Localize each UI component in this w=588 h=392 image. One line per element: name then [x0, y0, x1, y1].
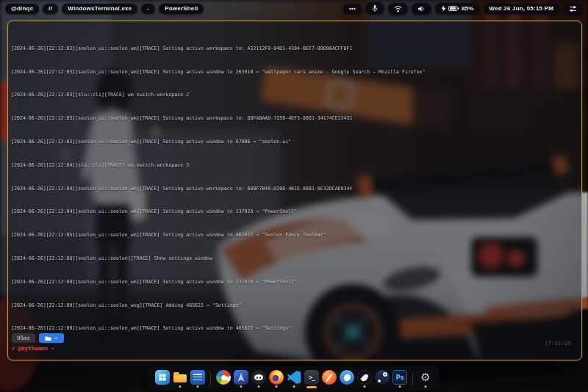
tray-microphone-button[interactable]	[365, 2, 384, 15]
tray-battery[interactable]: 85%	[435, 3, 480, 14]
badge-label: WindowsTerminal.exe	[68, 6, 132, 12]
prompt-arrow: →	[51, 345, 54, 352]
running-indicator	[293, 385, 295, 388]
dock-system-group: ⚙	[417, 369, 434, 388]
app-icon	[234, 370, 248, 385]
dock-item-discord[interactable]	[250, 369, 268, 388]
folder-icon	[45, 335, 51, 341]
dock-divider	[412, 372, 413, 385]
dock-item-settings[interactable]: ⚙	[417, 369, 434, 388]
top-toolbar: @dinqc // WindowsTerminal.exe - PowerShe…	[0, 0, 588, 17]
dock-item-photoshop[interactable]: Ps	[391, 369, 409, 388]
toggles-icon	[569, 5, 577, 12]
dock-item-firefox[interactable]	[268, 369, 285, 388]
topbar-window-title-badge[interactable]: PowerShell	[159, 4, 204, 14]
app-icon	[269, 370, 284, 385]
charging-bolt-icon	[441, 5, 446, 12]
app-icon	[190, 370, 205, 385]
dock-open-apps-group: >_	[215, 369, 409, 388]
dock-item-rocket-app[interactable]	[232, 369, 250, 388]
running-indicator	[197, 385, 199, 388]
log-line: [2024-06-26][22:12:03][seelen_ui::seelen…	[11, 46, 579, 52]
dock-item-file-explorer[interactable]	[171, 369, 189, 388]
battery-icon	[448, 5, 459, 12]
dock: >_	[148, 366, 440, 391]
topbar-dash-badge[interactable]: -	[141, 4, 155, 14]
app-icon	[287, 370, 301, 385]
dock-item-color-wheel-app[interactable]	[215, 369, 232, 388]
dock-item-steam[interactable]	[373, 369, 391, 388]
active-indicator	[306, 386, 317, 388]
badge-label: PowerShell	[165, 6, 198, 12]
topbar-separator-badge[interactable]: //	[43, 4, 58, 14]
log-line: [2024-06-26][22:12:04][slu::cli][TRACE] …	[11, 163, 579, 169]
tray-wifi-button[interactable]	[388, 3, 408, 15]
running-indicator	[179, 385, 182, 388]
tray-datetime[interactable]: Wed 26 Jun, 05:15 PM	[484, 4, 559, 14]
terminal-window[interactable]: [2024-06-26][22:12:03][seelen_ui::seelen…	[7, 21, 582, 360]
badge-label: //	[49, 6, 52, 12]
app-icon	[357, 370, 372, 385]
app-icon	[173, 370, 187, 385]
dock-pinned-group	[154, 369, 207, 388]
shell-prompt: 95ms ~ ✗ @eythaamn →	[12, 333, 64, 352]
app-icon: Ps	[392, 370, 407, 385]
dock-item-microsoft-store[interactable]	[154, 369, 171, 388]
running-indicator	[240, 385, 243, 388]
app-icon	[216, 370, 231, 385]
speaker-icon	[417, 5, 426, 12]
badge-label: -	[147, 6, 149, 12]
log-line: [2024-06-26][22:12:09][seelen_ui::seelen…	[11, 326, 579, 332]
dock-item-windows-terminal[interactable]: >_	[303, 369, 320, 388]
app-icon: ⚙	[418, 370, 433, 385]
badge-label: @dinqc	[11, 6, 33, 12]
running-indicator	[276, 385, 278, 388]
log-line: [2024-06-26][22:12:03][seelen_ui::seelen…	[11, 139, 579, 145]
log-line: [2024-06-26][22:12:03][seelen_ui::seelen…	[11, 70, 579, 76]
dock-item-orange-app[interactable]	[320, 369, 338, 388]
topbar-user-badge[interactable]: @dinqc	[5, 4, 39, 14]
tray-volume-button[interactable]	[412, 3, 431, 15]
prompt-duration: 95ms	[12, 333, 35, 343]
terminal-clock: 17:11:29	[545, 340, 571, 346]
app-icon	[340, 370, 354, 385]
running-indicator	[425, 385, 427, 388]
tray-quick-settings-button[interactable]	[563, 3, 583, 15]
log-line: [2024-06-26][22:12:08][seelen_ui::seelen…	[11, 280, 579, 286]
running-indicator	[258, 385, 260, 388]
running-indicator	[399, 385, 401, 388]
wifi-icon	[394, 5, 402, 12]
app-icon	[155, 370, 170, 385]
system-tray: •••	[343, 2, 583, 15]
app-icon: >_	[304, 370, 319, 385]
dock-divider	[210, 372, 211, 385]
running-indicator	[364, 385, 366, 388]
dock-item-notes[interactable]	[189, 369, 207, 388]
dock-item-blue-app[interactable]	[338, 369, 356, 388]
log-line: [2024-06-26][22:12:04][seelen_ui::seelen…	[11, 209, 579, 215]
tray-more-button[interactable]: •••	[343, 4, 362, 14]
topbar-left-group: @dinqc // WindowsTerminal.exe - PowerShe…	[5, 4, 204, 14]
prompt-user: @eythaamn	[18, 345, 49, 352]
prompt-status-mark: ✗	[12, 345, 15, 352]
log-line: [2024-06-26][22:12:05][seelen_ui::seelen…	[11, 233, 579, 239]
tray-more-label: •••	[349, 6, 356, 12]
datetime-label: Wed 26 Jun, 05:15 PM	[490, 6, 553, 12]
log-line: [2024-06-26][22:12:08][seelen_ui::seelen…	[11, 256, 579, 262]
battery-percent-label: 85%	[462, 6, 474, 12]
log-line: [2024-06-26][22:12:03][slu::cli][TRACE] …	[11, 92, 579, 98]
prompt-cwd: ~	[39, 333, 64, 343]
dock-item-vscode[interactable]	[285, 369, 303, 388]
app-icon	[375, 370, 390, 385]
log-line: [2024-06-26][22:12:03][seelen_ui::seelen…	[11, 116, 579, 122]
microphone-icon	[371, 4, 379, 12]
prompt-cwd-label: ~	[54, 335, 58, 341]
log-line: [2024-06-26][22:12:04][seelen_ui::seelen…	[11, 186, 579, 192]
terminal-log[interactable]: [2024-06-26][22:12:03][seelen_ui::seelen…	[11, 23, 579, 333]
app-icon	[322, 370, 337, 385]
dock-item-leaf-app[interactable]	[356, 369, 373, 388]
topbar-app-badge[interactable]: WindowsTerminal.exe	[62, 4, 137, 14]
log-line: [2024-06-26][22:12:09][seelen_ui::seelen…	[11, 303, 579, 309]
app-icon	[251, 370, 266, 385]
